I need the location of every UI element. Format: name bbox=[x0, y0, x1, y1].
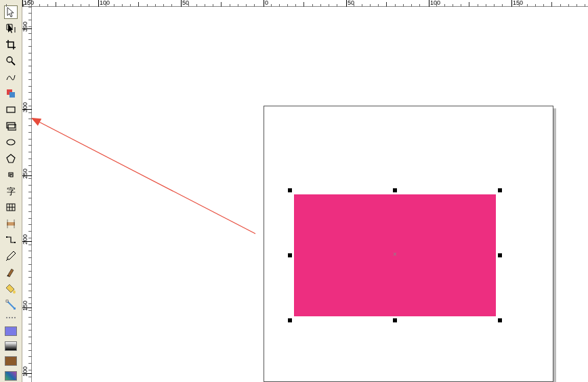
canvas-workarea[interactable]: × bbox=[32, 7, 588, 382]
selection-center-marker[interactable]: × bbox=[393, 253, 397, 257]
svg-rect-3 bbox=[9, 92, 15, 98]
selection-handle-bot-mid[interactable] bbox=[393, 318, 397, 322]
outline-pen-tool[interactable] bbox=[4, 266, 18, 279]
svg-rect-20 bbox=[6, 300, 8, 302]
swatch-current-fill[interactable] bbox=[5, 326, 17, 336]
toolbox-separator bbox=[4, 317, 18, 321]
svg-rect-21 bbox=[14, 307, 16, 310]
crop-tool[interactable] bbox=[4, 38, 18, 51]
eyedropper-tool[interactable] bbox=[4, 249, 18, 263]
table-tool[interactable] bbox=[4, 200, 18, 214]
dimension-tool[interactable] bbox=[4, 217, 18, 230]
polygon-tool[interactable] bbox=[4, 152, 18, 165]
selection-handle-top-right[interactable] bbox=[498, 188, 502, 192]
toolbox: 字 bbox=[0, 0, 22, 382]
freehand-tool[interactable] bbox=[4, 70, 18, 84]
rectangle-f-tool[interactable] bbox=[4, 119, 18, 133]
selection-handle-mid-left[interactable] bbox=[288, 253, 292, 257]
horizontal-ruler[interactable]: 15010050050100150200 bbox=[32, 0, 588, 7]
spiral-tool[interactable] bbox=[4, 168, 18, 182]
selection-handle-bot-right[interactable] bbox=[498, 318, 502, 322]
pick-tool[interactable] bbox=[4, 5, 18, 19]
svg-point-0 bbox=[7, 57, 12, 62]
text-tool[interactable]: 字 bbox=[4, 184, 18, 198]
selection-handle-top-mid[interactable] bbox=[393, 188, 397, 192]
zoom-tool[interactable] bbox=[4, 54, 18, 68]
svg-marker-8 bbox=[7, 154, 15, 163]
fill-tool[interactable] bbox=[4, 282, 18, 295]
svg-rect-4 bbox=[7, 107, 15, 112]
svg-point-7 bbox=[7, 140, 15, 145]
swatch-gradient[interactable] bbox=[5, 341, 17, 351]
swatch-pattern-1[interactable] bbox=[5, 356, 17, 366]
interactive-fill-tool[interactable] bbox=[4, 298, 18, 312]
svg-rect-14 bbox=[7, 222, 15, 226]
connector-tool[interactable] bbox=[4, 233, 18, 247]
ellipse-tool[interactable] bbox=[4, 135, 18, 149]
svg-text:字: 字 bbox=[7, 186, 16, 196]
svg-line-25 bbox=[33, 119, 255, 234]
selection-handle-top-left[interactable] bbox=[288, 188, 292, 192]
swatch-pattern-2[interactable] bbox=[5, 371, 17, 381]
selection-handle-bot-left[interactable] bbox=[288, 318, 292, 322]
smart-fill-tool[interactable] bbox=[4, 87, 18, 100]
shape-tool[interactable] bbox=[4, 22, 18, 35]
svg-line-1 bbox=[12, 62, 15, 65]
svg-rect-18 bbox=[14, 242, 16, 243]
rectangle-tool[interactable] bbox=[4, 103, 18, 116]
vertical-ruler[interactable]: 390300250200150100 bbox=[22, 7, 32, 382]
svg-rect-17 bbox=[6, 236, 7, 238]
selection-handle-mid-right[interactable] bbox=[498, 253, 502, 257]
svg-point-19 bbox=[13, 291, 16, 294]
